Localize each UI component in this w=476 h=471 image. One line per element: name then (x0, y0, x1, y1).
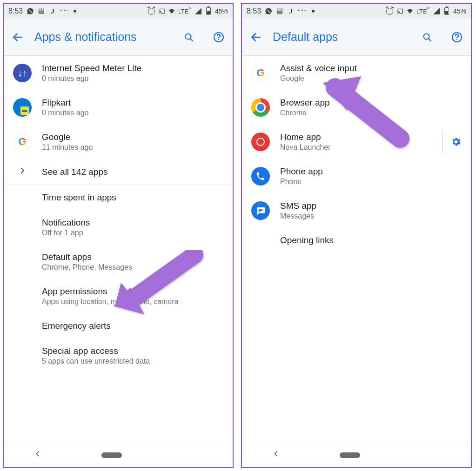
recent-app-row[interactable]: Flipkart 0 minutes ago (4, 90, 233, 125)
content-area: G Assist & voice input Google Browser ap… (242, 56, 471, 443)
nav-back-button[interactable] (272, 450, 280, 460)
setting-notifications[interactable]: Notifications Off for 1 app (4, 210, 233, 245)
help-button[interactable] (450, 31, 463, 44)
settings-header: Default apps (242, 19, 471, 56)
app-icon-messages (251, 201, 270, 220)
svg-line-20 (429, 39, 431, 41)
mustache-icon: 〰 (60, 7, 67, 15)
setting-title: Assist & voice input (280, 63, 462, 73)
home-settings-gear-button[interactable] (449, 135, 463, 148)
setting-title: SMS app (280, 201, 462, 211)
svg-point-18 (397, 13, 398, 13)
svg-point-6 (159, 13, 160, 13)
setting-sub: Messages (280, 212, 462, 220)
default-sms-row[interactable]: SMS app Messages (242, 193, 471, 228)
svg-rect-5 (42, 10, 43, 11)
default-browser-row[interactable]: Browser app Chrome (242, 90, 471, 125)
nav-home-pill[interactable] (340, 452, 360, 458)
svg-point-22 (456, 39, 457, 40)
setting-sub: Off for 1 app (42, 229, 223, 237)
status-time: 8:53 (247, 7, 261, 15)
setting-sub: Google (280, 74, 462, 83)
status-bar: 8:53 J 〰 LTER 45% (4, 4, 233, 19)
search-button[interactable] (421, 31, 434, 44)
cast-icon (158, 7, 165, 15)
app-sub: 11 minutes ago (42, 143, 223, 152)
signal-icon (194, 7, 202, 15)
default-home-row[interactable]: Home app Nova Launcher (242, 125, 471, 159)
setting-default-apps[interactable]: Default apps Chrome, Phone, Messages (4, 245, 233, 279)
page-title: Default apps (273, 30, 404, 44)
battery-icon (205, 7, 212, 15)
battery-icon (443, 7, 450, 15)
app-icon-chrome (251, 98, 270, 117)
default-phone-row[interactable]: Phone app Phone (242, 159, 471, 193)
back-button[interactable] (249, 31, 262, 44)
dot-icon (71, 7, 79, 15)
wifi-icon (168, 7, 175, 15)
page-title: Apps & notifications (34, 30, 166, 44)
setting-special-app-access[interactable]: Special app access 5 apps can use unrest… (4, 338, 233, 373)
chevron-right-icon (13, 166, 32, 177)
svg-rect-2 (39, 12, 43, 12)
whatsapp-icon (265, 7, 272, 15)
app-icon-nova (251, 133, 270, 151)
nav-home-pill[interactable] (101, 452, 122, 458)
setting-emergency-alerts[interactable]: Emergency alerts (4, 313, 233, 338)
opening-links-row[interactable]: Opening links (242, 228, 471, 253)
search-button[interactable] (182, 31, 195, 44)
svg-rect-4 (42, 9, 43, 10)
svg-rect-24 (258, 210, 262, 211)
recent-app-row[interactable]: G Google 11 minutes ago (4, 125, 233, 159)
setting-app-permissions[interactable]: App permissions Apps using location, mic… (4, 279, 233, 313)
default-assist-row[interactable]: G Assist & voice input Google (242, 56, 471, 90)
setting-title: Time spent in apps (42, 192, 223, 203)
svg-rect-17 (280, 10, 282, 11)
whatsapp-icon (27, 7, 34, 15)
setting-time-spent[interactable]: Time spent in apps (4, 185, 233, 210)
wifi-icon (406, 7, 414, 15)
back-button[interactable] (11, 31, 24, 44)
svg-rect-16 (280, 9, 282, 10)
svg-rect-15 (277, 13, 282, 13)
setting-title: Special app access (42, 346, 223, 356)
app-icon-google: G (251, 64, 270, 82)
phone-left: 8:53 J 〰 LTER 45% Apps & notifications (3, 3, 234, 468)
svg-rect-3 (39, 13, 43, 13)
dot-icon (309, 7, 317, 15)
svg-rect-1 (39, 9, 41, 11)
see-all-apps-row[interactable]: See all 142 apps (4, 159, 233, 185)
svg-line-8 (190, 39, 193, 41)
status-time: 8:53 (8, 7, 23, 15)
app-name: Internet Speed Meter Lite (42, 63, 223, 73)
setting-title: Home app (280, 132, 462, 142)
setting-sub: Chrome, Phone, Messages (42, 263, 223, 272)
setting-title: Default apps (42, 252, 223, 262)
svg-rect-23 (258, 209, 262, 209)
svg-rect-25 (258, 212, 261, 212)
phone-right: 8:53 J 〰 LTER 45% Default apps (241, 3, 472, 468)
setting-title: Notifications (42, 218, 223, 228)
help-button[interactable] (212, 31, 225, 44)
setting-sub: Phone (280, 178, 462, 186)
recent-app-row[interactable]: ↓↑ Internet Speed Meter Lite 0 minutes a… (4, 56, 233, 90)
setting-sub: Nova Launcher (280, 143, 462, 152)
divider (442, 130, 443, 153)
svg-rect-13 (277, 9, 280, 11)
svg-rect-14 (277, 12, 282, 12)
nav-bar (4, 443, 233, 467)
nav-bar (242, 443, 471, 467)
nav-back-button[interactable] (34, 450, 41, 460)
app-icon-google: G (13, 133, 32, 151)
mustache-icon: 〰 (298, 7, 306, 15)
app-name: Google (42, 132, 223, 142)
newspaper-icon (38, 7, 45, 15)
setting-title: App permissions (42, 286, 223, 297)
alarm-icon (147, 7, 155, 15)
setting-sub: 5 apps can use unrestricted data (42, 357, 223, 365)
setting-title: Browser app (280, 98, 462, 108)
app-icon-ism: ↓↑ (13, 64, 32, 82)
setting-title: Opening links (280, 235, 462, 245)
app-name: Flipkart (42, 98, 223, 108)
network-lte: LTER (416, 8, 430, 15)
